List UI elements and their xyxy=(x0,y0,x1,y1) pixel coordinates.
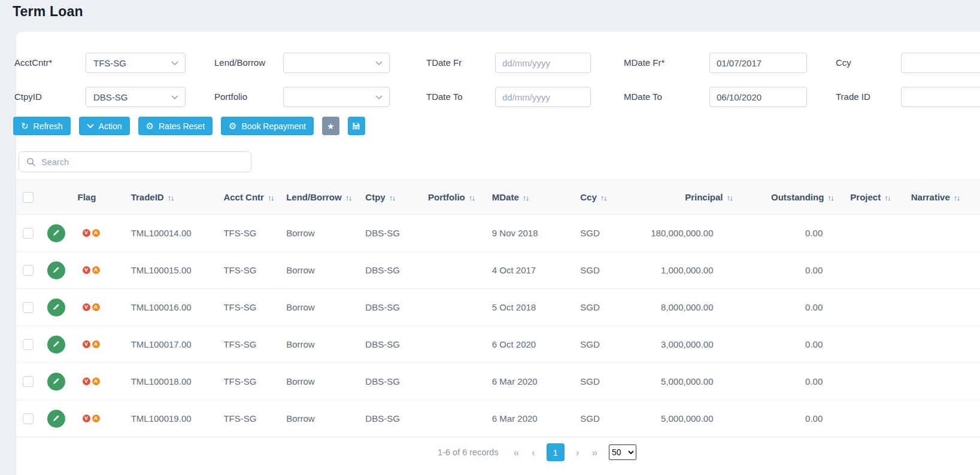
column-header-lend_borrow[interactable]: Lend/Borrow↑↓ xyxy=(280,180,359,215)
edit-button[interactable] xyxy=(47,224,65,242)
column-header-ccy[interactable]: Ccy↑↓ xyxy=(575,180,645,215)
column-header-portfolio[interactable]: Portfolio↑↓ xyxy=(423,180,487,215)
page-size-select[interactable]: 50 xyxy=(609,444,636,460)
cell-edit xyxy=(43,289,73,326)
column-header-acct_cntr[interactable]: Acct Cntr↑↓ xyxy=(216,180,280,215)
edit-button[interactable] xyxy=(47,373,65,391)
cell-portfolio xyxy=(423,400,487,437)
cell-outstanding: 0.00 xyxy=(735,400,836,437)
edit-button[interactable] xyxy=(47,299,65,316)
cell-project xyxy=(836,363,889,400)
trade-id-label: Trade ID xyxy=(836,87,901,107)
table-row: VATML100016.00TFS-SGBorrowDBS-SG5 Oct 20… xyxy=(16,289,980,326)
cell-lend_borrow: Borrow xyxy=(280,326,359,363)
favorite-button[interactable]: ★ xyxy=(322,117,339,135)
cell-edit xyxy=(43,363,73,400)
column-label: Principal xyxy=(685,192,723,202)
edit-button[interactable] xyxy=(47,336,65,354)
column-header-outstanding[interactable]: Outstanding↑↓ xyxy=(735,180,836,215)
trade-id-input[interactable] xyxy=(901,87,980,107)
row-checkbox[interactable] xyxy=(23,339,34,350)
previous-page-button[interactable]: ‹ xyxy=(530,447,536,458)
lend-borrow-select[interactable] xyxy=(283,53,390,73)
search-icon xyxy=(26,157,36,167)
rates-reset-button[interactable]: ⚙ Rates Reset xyxy=(138,117,213,135)
save-button[interactable] xyxy=(348,117,365,135)
next-page-button[interactable]: › xyxy=(575,447,581,458)
cell-mdate: 6 Oct 2020 xyxy=(487,326,575,363)
tdate-to-input[interactable] xyxy=(495,87,591,107)
row-checkbox[interactable] xyxy=(23,413,34,424)
column-header-mdate[interactable]: MDate↑↓ xyxy=(487,180,575,215)
cell-project xyxy=(836,252,889,289)
column-header-narrative[interactable]: Narrative↑↓ xyxy=(890,180,980,215)
column-header-ctpy[interactable]: Ctpy↑↓ xyxy=(359,180,423,215)
acct-cntr-select[interactable]: TFS-SG xyxy=(86,53,186,73)
ctpy-id-selected-value: DBS-SG xyxy=(93,92,128,102)
tdate-fr-input[interactable] xyxy=(495,53,591,73)
flag-v-badge: V xyxy=(83,266,90,274)
mdate-to-label: MDate To xyxy=(624,87,709,107)
refresh-button[interactable]: ↻ Refresh xyxy=(13,117,71,135)
flag-v-badge: V xyxy=(83,303,90,311)
pencil-icon xyxy=(52,415,60,422)
search-input[interactable] xyxy=(41,157,251,167)
column-header-select xyxy=(16,180,43,215)
mdate-to-input[interactable] xyxy=(709,87,807,107)
row-checkbox[interactable] xyxy=(23,302,34,313)
flag-a-badge: A xyxy=(92,266,100,274)
flag-v-badge: V xyxy=(83,377,90,385)
current-page-button[interactable]: 1 xyxy=(547,443,565,461)
flag-badges: VA xyxy=(78,340,114,348)
save-icon xyxy=(352,122,360,130)
column-header-trade_id[interactable]: TradeID↑↓ xyxy=(114,180,217,215)
column-label: Narrative xyxy=(911,192,950,202)
first-page-button[interactable]: « xyxy=(512,447,520,458)
toolbar: ↻ Refresh Action ⚙ Rates Reset ⚙ Book Re… xyxy=(13,117,365,135)
edit-button[interactable] xyxy=(47,410,65,428)
column-header-project[interactable]: Project↑↓ xyxy=(836,180,889,215)
sort-icon: ↑↓ xyxy=(469,193,475,202)
row-checkbox[interactable] xyxy=(23,265,34,276)
edit-button[interactable] xyxy=(47,261,65,279)
ctpy-id-select[interactable]: DBS-SG xyxy=(86,87,186,107)
cell-acct_cntr: TFS-SG xyxy=(216,215,280,252)
cell-select xyxy=(16,252,43,289)
action-button[interactable]: Action xyxy=(79,117,130,135)
cell-portfolio xyxy=(423,252,487,289)
row-checkbox[interactable] xyxy=(23,376,34,387)
column-header-principal[interactable]: Principal↑↓ xyxy=(645,180,735,215)
sort-icon: ↑↓ xyxy=(345,193,351,202)
pencil-icon xyxy=(52,340,60,348)
select-all-checkbox[interactable] xyxy=(23,192,34,203)
last-page-button[interactable]: » xyxy=(590,447,598,458)
mdate-fr-input[interactable] xyxy=(709,53,807,73)
flag-a-badge: A xyxy=(92,229,100,237)
ccy-input[interactable] xyxy=(901,53,980,73)
table-row: VATML100015.00TFS-SGBorrowDBS-SG4 Oct 20… xyxy=(16,252,980,289)
cell-ctpy: DBS-SG xyxy=(359,215,423,252)
cell-project xyxy=(836,215,889,252)
book-repayment-button[interactable]: ⚙ Book Repayment xyxy=(221,117,314,135)
cell-narrative xyxy=(890,252,980,289)
cell-flag: VA xyxy=(73,215,114,252)
refresh-icon: ↻ xyxy=(21,121,29,130)
flag-badges: VA xyxy=(78,415,114,422)
flag-v-badge: V xyxy=(83,229,90,237)
cell-flag: VA xyxy=(73,289,114,326)
term-loan-table: FlagTradeID↑↓Acct Cntr↑↓Lend/Borrow↑↓Ctp… xyxy=(16,179,980,437)
cell-lend_borrow: Borrow xyxy=(280,252,359,289)
portfolio-select[interactable] xyxy=(283,87,390,107)
column-label: Acct Cntr xyxy=(223,192,264,202)
cell-principal: 1,000,000.00 xyxy=(645,252,735,289)
table-row: VATML100017.00TFS-SGBorrowDBS-SG6 Oct 20… xyxy=(16,326,980,363)
cell-lend_borrow: Borrow xyxy=(280,289,359,326)
cell-trade_id: TML100018.00 xyxy=(114,363,217,400)
cell-ctpy: DBS-SG xyxy=(359,326,423,363)
row-checkbox[interactable] xyxy=(23,228,34,239)
cell-flag: VA xyxy=(73,326,114,363)
cell-principal: 5,000,000.00 xyxy=(645,363,735,400)
sort-icon: ↑↓ xyxy=(268,193,274,202)
cell-outstanding: 0.00 xyxy=(735,215,836,252)
cell-flag: VA xyxy=(73,252,114,289)
